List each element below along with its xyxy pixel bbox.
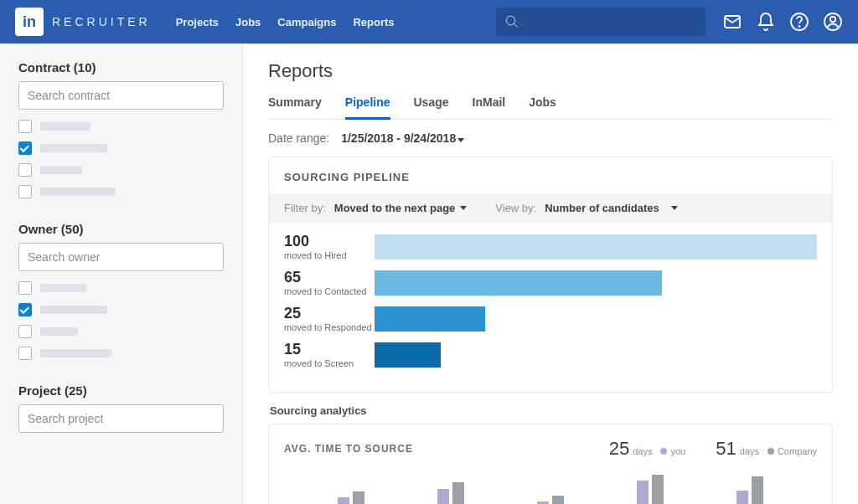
pipeline-value: 15 — [284, 341, 375, 358]
pipeline-bars: 100moved to Hired65moved to Contacted25m… — [269, 223, 832, 392]
chart-bar-pair — [437, 482, 464, 504]
option-placeholder — [40, 284, 86, 292]
checkbox[interactable] — [18, 347, 32, 360]
checkbox[interactable] — [18, 303, 32, 316]
tab-inmail[interactable]: InMail — [473, 95, 506, 119]
avg-time-card: AVG. TIME TO SOURCE 25days you 51days Co… — [268, 424, 833, 504]
stat-company: 51days Company — [716, 438, 817, 460]
stat-you: 25days you — [609, 438, 685, 460]
chart-bar-pair — [637, 475, 664, 504]
filter-option[interactable] — [18, 325, 224, 338]
chevron-down-icon — [457, 138, 464, 142]
pipeline-filterbar: Filter by: Moved to the next page View b… — [269, 193, 832, 223]
checkbox[interactable] — [18, 185, 32, 198]
filter-option[interactable] — [18, 347, 224, 360]
checkbox[interactable] — [18, 325, 32, 338]
filter-by-dropdown[interactable]: Moved to the next page — [334, 202, 467, 214]
brand-name: RECRUITER — [52, 15, 151, 28]
report-tabs: SummaryPipelineUsageInMailJobs — [268, 95, 833, 120]
checkbox[interactable] — [18, 141, 32, 155]
svg-point-4 — [799, 26, 800, 27]
help-icon[interactable] — [789, 12, 809, 32]
nav-projects[interactable]: Projects — [176, 16, 219, 28]
pipeline-card-title: SOURCING PIPELINE — [269, 157, 832, 193]
avg-time-title: AVG. TIME TO SOURCE — [284, 443, 413, 455]
filter-project: Project (25) — [18, 383, 224, 433]
pipeline-bar — [375, 234, 817, 260]
main-content: Reports SummaryPipelineUsageInMailJobs D… — [243, 44, 858, 504]
search-input[interactable] — [496, 8, 706, 36]
pipeline-row: 100moved to Hired — [284, 233, 817, 260]
tab-usage[interactable]: Usage — [414, 95, 449, 119]
option-placeholder — [40, 122, 90, 131]
option-placeholder — [40, 306, 107, 314]
svg-point-0 — [506, 16, 515, 25]
tab-jobs[interactable]: Jobs — [529, 95, 556, 119]
pipeline-row: 15moved to Screen — [284, 341, 817, 368]
pipeline-bar — [375, 270, 662, 296]
option-placeholder — [40, 144, 107, 152]
pipeline-label: moved to Hired — [284, 250, 375, 260]
page-title: Reports — [268, 60, 833, 82]
pipeline-row: 25moved to Responded — [284, 305, 817, 332]
avg-time-chart — [284, 460, 817, 504]
tab-summary[interactable]: Summary — [268, 95, 322, 119]
pipeline-bar — [375, 306, 485, 332]
date-range-value: 1/25/2018 - 9/24/2018 — [341, 131, 456, 145]
sourcing-pipeline-card: SOURCING PIPELINE Filter by: Moved to th… — [268, 157, 833, 393]
filter-option[interactable] — [18, 303, 224, 316]
date-range-selector[interactable]: Date range: 1/25/2018 - 9/24/2018 — [268, 131, 833, 145]
pipeline-value: 65 — [284, 269, 375, 286]
filter-contract: Contract (10) — [18, 60, 224, 198]
nav-campaigns[interactable]: Campaigns — [277, 16, 336, 28]
profile-icon[interactable] — [823, 12, 843, 32]
filter-project-title: Project (25) — [18, 383, 224, 398]
legend-dot-you — [660, 448, 667, 455]
filter-option[interactable] — [18, 163, 224, 177]
nav-jobs[interactable]: Jobs — [235, 16, 261, 28]
top-icons — [722, 12, 843, 32]
pipeline-value: 100 — [284, 233, 375, 250]
chart-bar-pair — [737, 476, 763, 504]
filter-option[interactable] — [18, 120, 224, 133]
view-by-dropdown[interactable]: Number of candidates — [545, 202, 678, 214]
filter-option[interactable] — [18, 141, 224, 155]
legend-dot-company — [768, 448, 774, 455]
pipeline-value: 25 — [284, 305, 375, 322]
owner-options — [18, 281, 224, 360]
filter-option[interactable] — [18, 185, 224, 198]
view-by-label: View by: — [495, 202, 536, 214]
filter-owner: Owner (50) — [18, 222, 224, 360]
filter-by-label: Filter by: — [284, 202, 326, 214]
search-icon — [504, 14, 519, 29]
mail-icon[interactable] — [722, 12, 742, 32]
checkbox[interactable] — [18, 120, 32, 133]
tab-pipeline[interactable]: Pipeline — [345, 95, 390, 120]
chart-bar-pair — [537, 496, 564, 504]
pipeline-label: moved to Screen — [284, 358, 375, 368]
sourcing-analytics-label: Sourcing analytics — [270, 404, 833, 417]
checkbox[interactable] — [18, 163, 32, 177]
option-placeholder — [40, 349, 111, 357]
option-placeholder — [40, 327, 78, 336]
contract-options — [18, 120, 224, 198]
svg-point-6 — [830, 17, 835, 22]
option-placeholder — [40, 188, 116, 196]
project-search-input[interactable] — [18, 404, 224, 433]
nav-links: Projects Jobs Campaigns Reports — [176, 16, 395, 28]
pipeline-row: 65moved to Contacted — [284, 269, 817, 296]
checkbox[interactable] — [18, 281, 32, 295]
bell-icon[interactable] — [756, 12, 776, 32]
pipeline-bar — [375, 342, 441, 368]
contract-search-input[interactable] — [18, 81, 224, 110]
linkedin-logo[interactable]: in — [15, 8, 44, 36]
top-navbar: in RECRUITER Projects Jobs Campaigns Rep… — [0, 0, 858, 44]
filter-option[interactable] — [18, 281, 224, 295]
pipeline-label: moved to Responded — [284, 322, 375, 332]
chevron-down-icon — [460, 206, 467, 210]
nav-reports[interactable]: Reports — [353, 16, 394, 28]
option-placeholder — [40, 166, 82, 174]
pipeline-label: moved to Contacted — [284, 286, 375, 296]
owner-search-input[interactable] — [18, 243, 224, 271]
filter-contract-title: Contract (10) — [18, 60, 224, 75]
